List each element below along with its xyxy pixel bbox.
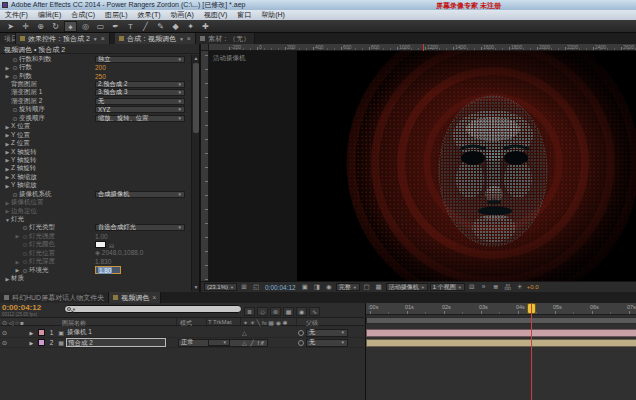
mask-visibility-icon[interactable]: ◱ — [251, 283, 261, 291]
property-value[interactable]: ◈ 2048.0,1088.0 — [95, 249, 143, 256]
twirl-icon[interactable]: ▼ — [4, 217, 11, 223]
property-edit-field[interactable]: 1.80 — [95, 266, 121, 274]
menu-item[interactable]: 帮助(H) — [256, 10, 290, 20]
effect-controls-scrollbar[interactable]: ▲ ▼ — [191, 55, 199, 291]
layer-name[interactable]: 预合成 2 — [66, 338, 166, 347]
channels-icon[interactable]: ◉ — [324, 283, 334, 291]
show-snapshot-icon[interactable]: ◨ — [312, 283, 322, 291]
comp-mini-flowchart-icon[interactable]: ≣ — [244, 307, 255, 316]
tab-footage[interactable]: 素材：（无） — [196, 33, 255, 44]
layer-name[interactable]: 摄像机 1 — [66, 328, 166, 337]
eyedropper-icon[interactable]: ⊟ — [109, 242, 114, 249]
eye-icon[interactable]: ⊙ — [0, 339, 9, 346]
time-ruler[interactable]: :00s01s02s03s04s05s06s07s — [366, 303, 636, 315]
tab-timeline-active[interactable]: 视频调色 × — [109, 292, 161, 303]
twirl-icon[interactable]: ▶ — [4, 166, 11, 172]
layer-duration-bar[interactable] — [366, 329, 636, 337]
stopwatch-icon[interactable]: ⊙ — [11, 73, 19, 80]
viewer-left-ruler[interactable] — [201, 51, 209, 281]
menu-item[interactable]: 窗口 — [232, 10, 256, 20]
selection-tool-icon[interactable]: ➤ — [4, 21, 17, 32]
layer-switches[interactable]: △ — [242, 329, 294, 336]
transparency-grid-icon[interactable]: ▦ — [374, 283, 384, 291]
twirl-icon[interactable]: ▶ — [14, 233, 21, 239]
rectangle-mask-tool-icon[interactable]: ▭ — [94, 21, 107, 32]
viewer-dropdown[interactable]: (23.1%)▼ — [204, 283, 237, 291]
stopwatch-icon[interactable]: ⊙ — [11, 64, 19, 71]
close-icon[interactable]: × — [187, 35, 191, 42]
fast-preview-icon[interactable]: » — [479, 283, 489, 291]
unified-camera-tool-icon[interactable]: ⌖ — [64, 21, 77, 32]
timeline-button-icon[interactable]: ≣ — [491, 283, 501, 291]
frame-blend-icon[interactable]: ▦ — [283, 307, 294, 316]
stopwatch-icon[interactable]: ⊙ — [21, 258, 29, 265]
twirl-icon[interactable]: ▶ — [27, 340, 36, 346]
pan-behind-tool-icon[interactable]: ◎ — [79, 21, 92, 32]
type-tool-icon[interactable]: T — [124, 21, 137, 32]
property-value[interactable]: 1.830 — [95, 258, 111, 265]
eraser-tool-icon[interactable]: ◆ — [169, 21, 182, 32]
flowchart-button-icon[interactable]: 品 — [503, 283, 513, 291]
label-color-chip[interactable] — [38, 329, 45, 336]
roto-brush-tool-icon[interactable]: ✦ — [184, 21, 197, 32]
menu-item[interactable]: 视图(V) — [199, 10, 232, 20]
menu-item[interactable]: 编辑(E) — [33, 10, 66, 20]
close-icon[interactable]: × — [152, 294, 156, 301]
scrollbar-thumb[interactable] — [193, 63, 199, 133]
timeline-track-area[interactable]: :00s01s02s03s04s05s06s07s — [365, 303, 636, 400]
stopwatch-icon[interactable]: ⊙ — [21, 233, 29, 240]
pen-tool-icon[interactable]: ✒ — [109, 21, 122, 32]
twirl-icon[interactable]: ▶ — [4, 124, 11, 130]
stopwatch-icon[interactable]: ⊙ — [21, 224, 29, 231]
reset-exposure-icon[interactable]: ☀ — [515, 283, 525, 291]
chevron-down-icon[interactable]: ▼ — [93, 36, 98, 42]
property-value[interactable]: 200 — [95, 64, 106, 71]
property-value[interactable]: 1.00 — [95, 233, 108, 240]
motion-blur-icon[interactable]: ◉ — [296, 307, 307, 316]
current-time-indicator-line[interactable] — [531, 303, 532, 400]
hand-tool-icon[interactable]: ✛ — [19, 21, 32, 32]
trkmat-dropdown[interactable]: ▼ — [208, 339, 230, 346]
twirl-icon[interactable]: ▶ — [4, 132, 11, 138]
parent-dropdown[interactable]: 无▼ — [306, 329, 348, 337]
twirl-icon[interactable]: ▶ — [4, 200, 11, 206]
twirl-icon[interactable]: ▶ — [14, 267, 21, 273]
rotation-tool-icon[interactable]: ↻ — [49, 21, 62, 32]
close-icon[interactable]: × — [101, 35, 105, 42]
viewer-canvas[interactable]: 活动摄像机 — [209, 51, 636, 281]
parent-dropdown[interactable]: 无▼ — [306, 339, 348, 347]
viewer-dropdown[interactable]: 完整▼ — [336, 283, 360, 291]
menu-item[interactable]: 动画(A) — [166, 10, 199, 20]
property-value[interactable]: 250 — [95, 73, 106, 80]
twirl-icon[interactable]: ▶ — [4, 65, 11, 71]
search-input[interactable]: ▼ — [64, 305, 242, 313]
stopwatch-icon[interactable]: ⊙ — [11, 106, 19, 113]
scroll-down-icon[interactable]: ▼ — [192, 284, 200, 291]
twirl-icon[interactable]: ▶ — [14, 259, 21, 265]
property-dropdown[interactable]: XYZ▼ — [95, 106, 185, 113]
tab-effect-controls[interactable]: 效果控件：预合成 2 ▼ × — [16, 33, 110, 44]
tab-project[interactable]: 项目 — [0, 33, 16, 44]
preview-timecode[interactable]: 0:00:04:12 — [263, 284, 298, 291]
stopwatch-icon[interactable]: ⊙ — [21, 241, 29, 248]
property-dropdown[interactable]: 2.预合成 2▼ — [95, 81, 185, 88]
twirl-icon[interactable]: ▶ — [4, 73, 11, 79]
layer-duration-bar[interactable] — [366, 339, 636, 347]
menu-item[interactable]: 文件(F) — [0, 10, 33, 20]
draft-3d-icon[interactable]: ◇ — [257, 307, 268, 316]
grid-guide-options-icon[interactable]: ⊞ — [239, 283, 249, 291]
layer-row[interactable]: ⊙▶2▦预合成 2正常▼▼△ ╱ fx无▼ — [0, 338, 364, 348]
clone-stamp-tool-icon[interactable]: ✎ — [154, 21, 167, 32]
twirl-icon[interactable]: ▶ — [4, 174, 11, 180]
parent-pickwhip-icon[interactable] — [298, 340, 304, 346]
chevron-down-icon[interactable]: ▼ — [179, 36, 184, 42]
work-area-bar[interactable] — [366, 317, 636, 324]
twirl-icon[interactable]: ▶ — [4, 141, 11, 147]
tab-composition[interactable]: 合成：视频调色 ▼ × — [115, 33, 196, 44]
twirl-icon[interactable]: ▶ — [4, 276, 11, 282]
tab-timeline-other[interactable]: 科幻HUD屏幕对话人物文件夹 — [0, 292, 109, 303]
layer-row[interactable]: ⊙▶1▣摄像机 1△无▼ — [0, 328, 364, 338]
stopwatch-icon[interactable]: ⊙ — [11, 56, 19, 63]
property-dropdown[interactable]: 缩放、旋转、位置▼ — [95, 115, 185, 122]
stopwatch-icon[interactable]: ⊙ — [11, 115, 19, 122]
